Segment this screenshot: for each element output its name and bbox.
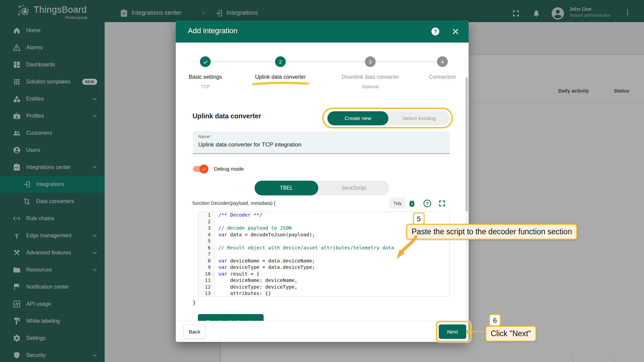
annotation-ring-converter-toggle: [322, 108, 453, 128]
annotation-ring-next: [436, 321, 471, 342]
debug-mode-label: Debug mode: [214, 166, 244, 172]
line-number: 9: [198, 264, 215, 271]
name-field-label: Name*: [198, 134, 211, 139]
code-line-12: 12 deviceType: deviceType,: [198, 284, 449, 291]
step-2-label: Uplink data converter: [240, 74, 321, 80]
back-button[interactable]: Back: [183, 324, 206, 339]
stepper-connector: [286, 61, 365, 62]
add-integration-dialog: Add integration ? Uplink data converter …: [176, 20, 469, 342]
line-number: 2: [198, 219, 215, 225]
editor-help-icon[interactable]: ?: [423, 199, 432, 208]
line-number: 8: [198, 258, 215, 264]
line-number: 13: [198, 290, 215, 297]
line-number: 4: [198, 232, 215, 238]
annotation-step5-tooltip: Paste the script to the decoder function…: [406, 224, 577, 240]
annotation-step6-number: 6: [489, 314, 501, 326]
line-number: 6: [198, 245, 215, 251]
annotation-connector-line: [471, 331, 486, 332]
svg-text:?: ?: [426, 201, 429, 206]
line-number: 5: [198, 238, 215, 245]
code-line-11: 11 deviceName: deviceName,: [198, 277, 449, 284]
stepper-connector: [376, 61, 437, 62]
line-number: 12: [198, 284, 215, 291]
svg-text:?: ?: [434, 28, 437, 35]
line-number: 7: [198, 251, 215, 258]
code-line-13: 13 attributes: {}: [198, 290, 449, 297]
step-1-indicator[interactable]: [200, 56, 211, 67]
step-3-subtitle: Optional: [330, 84, 411, 89]
line-number: 1: [198, 212, 215, 219]
decoder-closing-brace: }: [193, 299, 196, 306]
modal-scrollbar-thumb[interactable]: [466, 77, 468, 212]
close-icon[interactable]: [451, 27, 460, 36]
step-3-indicator[interactable]: 3: [365, 56, 376, 67]
code-line-1: 1/** Decoder **/: [198, 212, 449, 219]
annotation-step6-tooltip: Click "Next": [485, 326, 536, 342]
code-fold-icon[interactable]: ▾: [212, 271, 214, 278]
tidy-button[interactable]: Tidy: [389, 198, 406, 208]
uplink-section-title: Uplink data converter: [193, 112, 261, 120]
annotation-step5-number: 5: [413, 213, 425, 225]
help-icon[interactable]: ?: [431, 27, 440, 36]
annotation-connector-dot: [466, 330, 470, 334]
step-2-indicator[interactable]: 2: [275, 56, 286, 67]
step-1-label: Basic settings: [176, 74, 246, 80]
line-number: 11: [198, 277, 215, 284]
editor-fullscreen-icon[interactable]: [438, 199, 446, 208]
dialog-header: Add integration ?: [176, 20, 469, 43]
dialog-title: Add integration: [188, 26, 237, 35]
line-number: 3: [198, 225, 215, 232]
decoder-function-signature: function Decoder(payload, metadata) {: [193, 200, 275, 206]
converter-name-field[interactable]: Name* Uplink data converter for TCP inte…: [193, 131, 450, 154]
stepper-connector: [211, 61, 275, 62]
step2-marker-underline: [252, 81, 310, 87]
tbel-tab[interactable]: TBEL: [255, 181, 318, 195]
code-line-10: 10▾var result = {: [198, 271, 449, 278]
step-3-label: Downlink data converter: [330, 74, 411, 80]
name-field-value: Uplink data converter for TCP integratio…: [198, 141, 301, 148]
step-4-indicator[interactable]: 4: [437, 56, 448, 67]
dialog-footer: Back Next: [176, 321, 469, 342]
code-line-9: 9var deviceType = data.deviceType;: [198, 264, 449, 271]
annotation-step5-arrow: [389, 234, 426, 264]
debug-bug-icon[interactable]: [408, 199, 416, 208]
debug-mode-toggle-thumb[interactable]: [200, 165, 208, 173]
step-1-subtitle: TCP: [176, 84, 246, 89]
script-language-toggle: TBEL JavaScript: [255, 181, 389, 195]
step-4-label: Connection: [402, 74, 469, 80]
line-number: 10▾: [198, 271, 215, 278]
javascript-tab[interactable]: JavaScript: [318, 181, 389, 195]
